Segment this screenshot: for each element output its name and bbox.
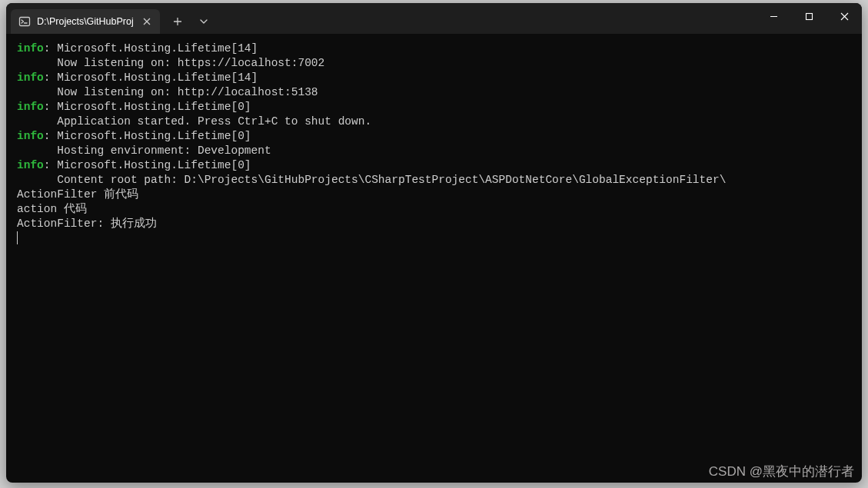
- new-tab-button[interactable]: [165, 9, 191, 34]
- log-line: info: Microsoft.Hosting.Lifetime[0]: [17, 158, 851, 173]
- log-detail: Hosting environment: Development: [17, 144, 851, 158]
- minimize-button[interactable]: [756, 3, 791, 29]
- terminal-output[interactable]: info: Microsoft.Hosting.Lifetime[14]Now …: [6, 34, 862, 483]
- watermark-text: CSDN @黑夜中的潜行者: [709, 463, 854, 480]
- log-source: : Microsoft.Hosting.Lifetime[14]: [44, 42, 258, 55]
- title-bar: D:\Projects\GitHubProj: [6, 3, 862, 34]
- log-detail: Content root path: D:\Projects\GitHubPro…: [17, 173, 851, 188]
- log-detail: Now listening on: http://localhost:5138: [17, 85, 851, 100]
- log-level: info: [17, 159, 44, 171]
- svg-rect-7: [806, 13, 812, 19]
- log-line: info: Microsoft.Hosting.Lifetime[14]: [17, 41, 851, 56]
- tab-strip: D:\Projects\GitHubProj: [6, 3, 756, 34]
- log-line: info: Microsoft.Hosting.Lifetime[0]: [17, 100, 851, 115]
- maximize-button[interactable]: [791, 3, 826, 29]
- log-level: info: [17, 130, 44, 142]
- terminal-icon: [18, 15, 31, 28]
- close-tab-button[interactable]: [140, 15, 154, 28]
- log-level: info: [17, 71, 44, 84]
- log-detail: Application started. Press Ctrl+C to shu…: [17, 115, 851, 129]
- log-level: info: [17, 101, 44, 113]
- tab-dropdown-button[interactable]: [191, 9, 217, 34]
- log-source: : Microsoft.Hosting.Lifetime[14]: [44, 71, 258, 84]
- svg-rect-0: [20, 18, 30, 26]
- close-window-button[interactable]: [826, 3, 862, 29]
- log-source: : Microsoft.Hosting.Lifetime[0]: [44, 130, 251, 142]
- log-detail: Now listening on: https://localhost:7002: [17, 56, 851, 71]
- log-source: : Microsoft.Hosting.Lifetime[0]: [44, 101, 251, 113]
- output-line: ActionFilter 前代码: [17, 188, 851, 202]
- tab-active[interactable]: D:\Projects\GitHubProj: [11, 9, 160, 34]
- tab-title: D:\Projects\GitHubProj: [37, 16, 134, 27]
- output-line: ActionFilter: 执行成功: [17, 217, 851, 231]
- log-line: info: Microsoft.Hosting.Lifetime[0]: [17, 129, 851, 144]
- output-line: action 代码: [17, 202, 851, 217]
- terminal-window: D:\Projects\GitHubProj info:: [6, 3, 862, 483]
- log-level: info: [17, 42, 44, 55]
- cursor-line: [17, 231, 851, 246]
- log-source: : Microsoft.Hosting.Lifetime[0]: [44, 159, 251, 171]
- cursor: [17, 231, 18, 244]
- window-controls: [756, 3, 862, 29]
- log-line: info: Microsoft.Hosting.Lifetime[14]: [17, 71, 851, 85]
